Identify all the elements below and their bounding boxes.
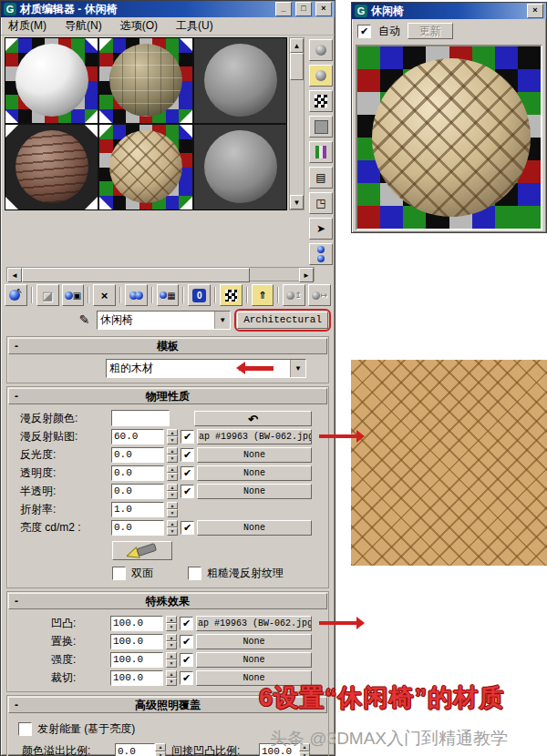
sample-slot-2[interactable] xyxy=(99,38,191,123)
scroll-down-icon[interactable]: ▼ xyxy=(290,195,304,209)
show-map-in-viewport-icon[interactable] xyxy=(220,284,243,306)
make-material-copy-icon[interactable] xyxy=(125,284,148,306)
update-button[interactable]: 更新 xyxy=(408,23,453,39)
param-value-field[interactable]: 0.0 xyxy=(111,465,164,481)
spinner-control[interactable]: ▲▼ xyxy=(155,743,166,756)
spinner-control[interactable]: ▲▼ xyxy=(166,652,177,668)
auto-update-checkbox[interactable]: ✔ xyxy=(357,25,371,38)
map-slot-button[interactable]: ap #19963 (BW-062.jpg) xyxy=(197,429,312,444)
menu-item-3[interactable]: 工具(U) xyxy=(176,18,213,34)
material-name-combo[interactable]: 休闲椅 ▼ xyxy=(97,311,231,330)
map-enable-checkbox[interactable]: ✔ xyxy=(180,671,193,685)
material-editor-options-icon[interactable]: ◳ xyxy=(309,192,333,214)
sample-uv-tiling-icon[interactable] xyxy=(309,116,333,138)
param-value-field[interactable]: 1.0 xyxy=(111,502,164,517)
spinner-control[interactable]: ▲▼ xyxy=(167,502,178,517)
map-enable-checkbox[interactable]: ✔ xyxy=(180,653,193,667)
emit-energy-checkbox[interactable] xyxy=(18,722,32,736)
map-slot-button[interactable]: None xyxy=(197,447,312,463)
map-enable-checkbox[interactable]: ✔ xyxy=(181,485,194,498)
map-enable-checkbox[interactable]: ✔ xyxy=(180,635,193,649)
sample-slot-1[interactable] xyxy=(5,38,98,123)
param-value-field[interactable]: 0.0 xyxy=(111,520,164,536)
slot-vertical-scrollbar[interactable]: ▲ ▼ xyxy=(289,37,304,210)
minimize-button[interactable]: _ xyxy=(275,2,292,16)
put-material-to-scene-icon[interactable]: ◪ xyxy=(36,284,59,306)
scroll-left-icon[interactable]: ◄ xyxy=(7,268,22,282)
sample-type-icon[interactable] xyxy=(309,39,333,61)
go-to-parent-icon[interactable]: ↥ xyxy=(283,284,305,306)
reset-map-icon[interactable]: × xyxy=(93,284,116,306)
param-value-field[interactable]: 100.0 xyxy=(110,634,163,649)
video-color-check-icon[interactable] xyxy=(309,141,333,163)
spinner-control[interactable]: ▲▼ xyxy=(166,634,177,649)
template-combo[interactable]: 粗的木材 ▼ xyxy=(106,359,306,378)
map-slot-button[interactable]: None xyxy=(196,634,312,649)
menu-item-0[interactable]: 材质(M) xyxy=(8,18,46,34)
chevron-down-icon[interactable]: ▼ xyxy=(214,312,230,329)
diffuse-color-swatch[interactable] xyxy=(111,410,170,426)
diffuse-map-back-button[interactable]: ↶ xyxy=(194,411,312,426)
get-material-icon[interactable]: ↖ xyxy=(5,284,27,306)
scroll-up-icon[interactable]: ▲ xyxy=(290,38,304,53)
select-by-material-icon[interactable]: ➤ xyxy=(309,218,333,240)
spinner-control[interactable]: ▲▼ xyxy=(167,465,178,481)
preview-titlebar[interactable]: G 休闲椅 × xyxy=(352,3,546,19)
map-enable-checkbox[interactable]: ✔ xyxy=(181,430,194,444)
go-forward-sibling-icon[interactable]: ↦ xyxy=(308,284,331,306)
backlight-icon[interactable] xyxy=(309,65,333,87)
param-value-field[interactable]: 100.0 xyxy=(110,616,163,631)
sample-slot-4[interactable] xyxy=(5,125,98,209)
raw-diffuse-checkbox[interactable] xyxy=(188,567,201,580)
show-end-result-icon[interactable]: ⇑ xyxy=(252,284,274,306)
close-button[interactable]: × xyxy=(315,2,332,16)
param-value-field[interactable]: 0.0 xyxy=(111,447,164,463)
map-slot-button[interactable]: ap #19963 (BW-062.jpg) xyxy=(196,616,312,631)
map-slot-button[interactable]: None xyxy=(196,652,312,668)
scroll-right-icon[interactable]: ► xyxy=(299,268,314,282)
map-enable-checkbox[interactable]: ✔ xyxy=(181,521,194,535)
pick-material-eyedropper-icon[interactable]: ✎ xyxy=(76,311,93,329)
luminance-picker-button[interactable] xyxy=(112,541,172,560)
spinner-control[interactable]: ▲▼ xyxy=(166,670,177,686)
rollout-physical-header[interactable]: - 物理性质 xyxy=(8,388,327,404)
two-sided-checkbox[interactable] xyxy=(112,567,126,580)
spinner-control[interactable]: ▲▼ xyxy=(167,429,178,444)
close-icon[interactable]: × xyxy=(527,4,543,18)
spinner-control[interactable]: ▲▼ xyxy=(166,616,177,631)
assign-material-to-selection-icon[interactable]: ▣ xyxy=(62,284,85,306)
chevron-down-icon[interactable]: ▼ xyxy=(290,360,305,377)
background-icon[interactable] xyxy=(309,90,333,112)
map-enable-checkbox[interactable]: ✔ xyxy=(180,617,193,630)
rollout-effects-header[interactable]: - 特殊效果 xyxy=(8,593,327,609)
map-slot-button[interactable]: None xyxy=(197,520,312,536)
param-value-field[interactable]: 0.0 xyxy=(111,484,164,499)
material-type-button[interactable]: Architectural xyxy=(237,312,328,329)
put-to-library-icon[interactable]: ▦ xyxy=(157,284,180,306)
material-map-navigator-icon[interactable] xyxy=(309,243,333,265)
make-preview-icon[interactable]: ▤ xyxy=(309,167,333,189)
material-id-channel-icon[interactable]: 0 xyxy=(188,284,211,306)
slot-horizontal-scrollbar[interactable]: ◄ ► xyxy=(6,267,315,281)
spinner-control[interactable]: ▲▼ xyxy=(167,484,178,499)
scroll-thumb-h[interactable] xyxy=(22,268,250,282)
menu-item-1[interactable]: 导航(N) xyxy=(65,18,102,34)
sample-slot-6[interactable] xyxy=(194,125,286,209)
maximize-button[interactable]: □ xyxy=(295,2,312,16)
editor-titlebar[interactable]: G 材质编辑器 - 休闲椅 _ □ × xyxy=(1,1,335,17)
param-value-field[interactable]: 60.0 xyxy=(111,429,164,444)
sample-slot-3[interactable] xyxy=(194,38,286,123)
rollout-template-header[interactable]: - 模板 xyxy=(8,338,327,354)
map-enable-checkbox[interactable]: ✔ xyxy=(181,466,194,480)
menu-item-2[interactable]: 选项(O) xyxy=(120,18,158,34)
scroll-thumb[interactable] xyxy=(290,53,304,80)
advanced-value-field[interactable]: 0.0 xyxy=(115,743,155,756)
map-enable-checkbox[interactable]: ✔ xyxy=(181,448,194,462)
spinner-control[interactable]: ▲▼ xyxy=(167,447,178,463)
sample-slot-5[interactable] xyxy=(99,125,191,209)
param-value-field[interactable]: 100.0 xyxy=(110,670,163,686)
map-slot-button[interactable]: None xyxy=(197,484,312,499)
param-value-field[interactable]: 100.0 xyxy=(110,652,163,668)
spinner-control[interactable]: ▲▼ xyxy=(167,520,178,536)
map-slot-button[interactable]: None xyxy=(197,465,312,481)
